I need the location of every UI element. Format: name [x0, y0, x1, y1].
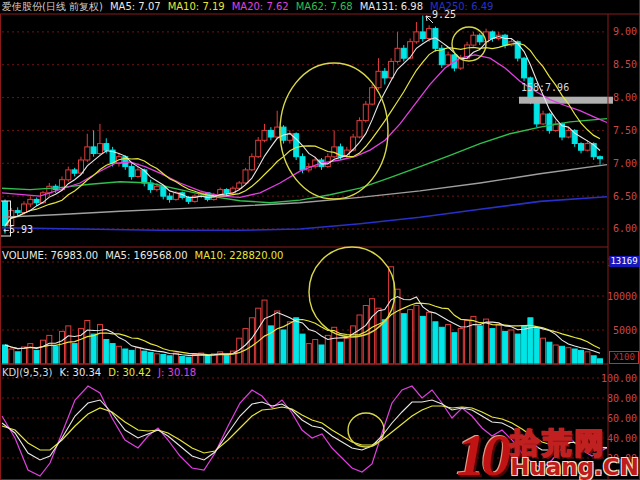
candle: [566, 130, 571, 137]
candle: [85, 147, 90, 160]
candle: [275, 127, 280, 137]
watermark-logo: 10 拾荒网 Huang.CN: [456, 429, 639, 479]
gridlines: [2, 32, 607, 458]
volume-bar: [28, 344, 33, 364]
volume-bar: [205, 356, 210, 364]
volume-bar: [566, 348, 571, 364]
volume-bar: [547, 342, 552, 364]
candle: [534, 101, 539, 124]
candle: [249, 157, 254, 170]
legend-item: MA5: 7.07: [110, 0, 161, 13]
volume-bar: [427, 312, 432, 364]
candle: [357, 121, 362, 137]
volume-bar: [509, 330, 514, 364]
candle: [237, 183, 242, 188]
annotation-ellipse: [348, 413, 384, 447]
candle: [446, 55, 451, 65]
candle: [541, 114, 546, 124]
volume-bar: [458, 329, 463, 364]
candle: [186, 197, 191, 201]
candle: [256, 140, 261, 156]
volume-bar: [420, 316, 425, 364]
candle: [167, 196, 172, 199]
volume-bar: [72, 344, 77, 364]
volume-bar: [490, 329, 495, 364]
legend-item: MA10: 7.19: [168, 0, 225, 13]
chart-canvas[interactable]: 9.008.508.007.507.006.506.00150001000050…: [0, 0, 640, 480]
legend-item: VOLUME: 76983.00: [2, 249, 98, 262]
ma-lines: [2, 37, 607, 231]
volume-bar: [9, 349, 14, 364]
candle: [66, 170, 71, 180]
volume-bar: [376, 308, 381, 364]
volume-cursor-badge: 13169: [609, 256, 639, 267]
candle: [98, 144, 103, 154]
candle: [104, 144, 109, 151]
volume-bar: [534, 329, 539, 364]
volume-bar: [313, 340, 318, 365]
candle: [420, 32, 425, 39]
volume-bar: [484, 319, 489, 364]
candle: [427, 29, 432, 39]
high-price-annotation: 9.25: [432, 9, 456, 20]
axis-tick-label: 6.00: [613, 223, 637, 234]
candle: [376, 71, 381, 87]
candle: [477, 35, 482, 42]
volume-bar: [110, 344, 115, 364]
axis-labels: 9.008.508.007.507.006.506.00150001000050…: [601, 26, 637, 463]
volume-bar: [154, 354, 159, 364]
volume-header: VOLUME: 76983.00MA5: 169568.00MA10: 2288…: [2, 249, 283, 262]
volume-bar: [34, 350, 39, 364]
volume-bar: [104, 340, 109, 365]
volume-bar: [591, 356, 596, 364]
volume-bar: [129, 350, 134, 364]
volume-bar: [306, 344, 311, 364]
volume-bar: [446, 325, 451, 364]
volume-bar: [224, 355, 229, 364]
volume-bar: [439, 327, 444, 364]
candle: [547, 114, 552, 130]
volume-unit-badge: X100: [609, 351, 639, 364]
volume-bar: [3, 345, 8, 364]
volume-bar: [275, 311, 280, 364]
watermark-domain: Huang.CN: [510, 456, 639, 479]
volume-bar: [522, 326, 527, 364]
volume-bar: [186, 357, 191, 364]
candle: [28, 199, 33, 204]
volume-bar: [142, 351, 147, 364]
stock-chart-app: 9.008.508.007.507.006.506.00150001000050…: [0, 0, 640, 480]
volume-bar: [116, 346, 121, 364]
volume-bar: [148, 352, 153, 364]
legend-item: K: 30.34: [59, 366, 101, 379]
candle: [135, 170, 140, 177]
volume-bar: [496, 325, 501, 364]
axis-tick-label: 8.00: [613, 92, 637, 103]
legend-item: MA131: 6.98: [360, 0, 423, 13]
candle: [395, 48, 400, 61]
candle: [91, 147, 96, 154]
volume-bar: [15, 352, 20, 364]
candle: [22, 204, 27, 213]
volume-bar: [541, 338, 546, 364]
candle: [224, 190, 229, 193]
volume-bar: [477, 326, 482, 364]
candle: [389, 61, 394, 77]
volume-bar: [338, 342, 343, 364]
candle: [585, 144, 590, 151]
volume-bar: [433, 322, 438, 364]
volume-bar: [22, 347, 27, 364]
volume-bar: [515, 334, 520, 364]
volume-bar: [53, 346, 58, 364]
legend-item: MA5: 169568.00: [105, 249, 187, 262]
axis-tick-label: 9.00: [613, 26, 637, 37]
volume-bar: [401, 314, 406, 364]
candle: [414, 32, 419, 42]
volume-bar: [47, 335, 52, 364]
axis-tick-label: 7.50: [613, 125, 637, 136]
volume-bar: [161, 355, 166, 365]
candle: [522, 58, 527, 78]
legend-item: KDJ(9,5,3): [2, 366, 52, 379]
volume-bar: [262, 300, 267, 364]
volume-bar: [249, 318, 254, 364]
volume-bar: [357, 315, 362, 364]
